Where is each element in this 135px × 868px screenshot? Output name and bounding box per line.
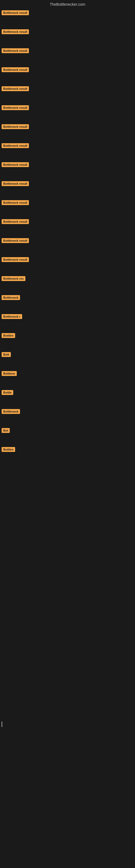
bottleneck-badge-16[interactable]: Bottleneck [2, 295, 20, 300]
bottleneck-badge-13[interactable]: Bottleneck result [2, 238, 29, 243]
list-item: Bottleneck [2, 408, 135, 415]
bottleneck-badge-24[interactable]: Bottlen [2, 447, 15, 452]
bottleneck-section-24: Bottlen [0, 436, 135, 455]
list-item: Bottlen [2, 446, 135, 454]
list-item: Bottleneck res [2, 276, 135, 283]
bottleneck-section-16: Bottleneck [0, 284, 135, 303]
bottleneck-section-2: Bottleneck result [0, 19, 135, 37]
bottleneck-section-19: Bott [0, 341, 135, 360]
list-item: Bottlen [2, 333, 135, 340]
bottleneck-section-8: Bottleneck result [0, 132, 135, 151]
bottleneck-section-13: Bottleneck result [0, 227, 135, 246]
list-item: Bottleneck result [2, 10, 135, 17]
items-container: Bottleneck resultBottleneck resultBottle… [0, 8, 135, 455]
bottleneck-section-14: Bottleneck result [0, 246, 135, 265]
list-item: Bottlene [2, 371, 135, 378]
list-item: Bottleneck result [2, 124, 135, 131]
bottleneck-section-3: Bottleneck result [0, 37, 135, 56]
text-cursor [2, 721, 2, 727]
site-title: TheBottlenecker.com [0, 0, 135, 8]
bottleneck-badge-5[interactable]: Bottleneck result [2, 86, 29, 91]
bottleneck-section-10: Bottleneck result [0, 170, 135, 189]
list-item: Bottleneck result [2, 219, 135, 226]
bottleneck-badge-2[interactable]: Bottleneck result [2, 29, 29, 34]
bottleneck-section-11: Bottleneck result [0, 189, 135, 208]
bottleneck-badge-19[interactable]: Bott [2, 352, 11, 357]
bottleneck-badge-9[interactable]: Bottleneck result [2, 162, 29, 167]
list-item: Bottleneck result [2, 181, 135, 188]
list-item: Bottleneck result [2, 143, 135, 150]
bottleneck-badge-8[interactable]: Bottleneck result [2, 143, 29, 148]
bottleneck-badge-4[interactable]: Bottleneck result [2, 67, 29, 72]
list-item: Bottleneck result [2, 257, 135, 264]
bottleneck-badge-15[interactable]: Bottleneck res [2, 276, 26, 281]
bottleneck-section-21: Bottle [0, 379, 135, 398]
list-item: Bottleneck result [2, 105, 135, 112]
bottleneck-badge-17[interactable]: Bottleneck r [2, 314, 22, 319]
bottleneck-section-18: Bottlen [0, 322, 135, 341]
bottleneck-section-9: Bottleneck result [0, 151, 135, 170]
bottleneck-section-12: Bottleneck result [0, 208, 135, 227]
list-item: Bottleneck result [2, 48, 135, 55]
bottleneck-section-6: Bottleneck result [0, 94, 135, 113]
bottleneck-badge-12[interactable]: Bottleneck result [2, 219, 29, 224]
list-item: Bottle [2, 390, 135, 397]
list-item: Bottleneck result [2, 199, 135, 207]
list-item: Bottleneck result [2, 86, 135, 93]
list-item: Bottleneck [2, 294, 135, 302]
bottleneck-badge-22[interactable]: Bottleneck [2, 409, 20, 414]
list-item: Bottleneck result [2, 162, 135, 169]
bottleneck-section-15: Bottleneck res [0, 265, 135, 284]
bottleneck-section-1: Bottleneck result [0, 8, 135, 19]
bottleneck-badge-1[interactable]: Bottleneck result [2, 10, 29, 15]
bottleneck-section-17: Bottleneck r [0, 303, 135, 322]
bottleneck-badge-20[interactable]: Bottlene [2, 371, 17, 376]
bottleneck-section-23: Bot [0, 417, 135, 436]
list-item: Bottleneck result [2, 29, 135, 36]
bottleneck-badge-10[interactable]: Bottleneck result [2, 181, 29, 186]
list-item: Bott [2, 351, 135, 359]
list-item: Bot [2, 428, 135, 435]
bottleneck-badge-7[interactable]: Bottleneck result [2, 124, 29, 129]
list-item: Bottleneck r [2, 314, 135, 321]
bottleneck-badge-23[interactable]: Bot [2, 428, 10, 433]
bottleneck-badge-14[interactable]: Bottleneck result [2, 257, 29, 262]
bottleneck-badge-3[interactable]: Bottleneck result [2, 48, 29, 53]
bottleneck-section-22: Bottleneck [0, 398, 135, 417]
bottleneck-badge-11[interactable]: Bottleneck result [2, 200, 29, 205]
bottleneck-section-7: Bottleneck result [0, 113, 135, 132]
bottleneck-section-20: Bottlene [0, 360, 135, 379]
bottleneck-badge-21[interactable]: Bottle [2, 390, 13, 395]
list-item: Bottleneck result [2, 238, 135, 245]
list-item: Bottleneck result [2, 67, 135, 74]
bottleneck-section-4: Bottleneck result [0, 56, 135, 75]
bottleneck-section-5: Bottleneck result [0, 75, 135, 94]
bottleneck-badge-6[interactable]: Bottleneck result [2, 105, 29, 110]
bottleneck-badge-18[interactable]: Bottlen [2, 333, 15, 338]
